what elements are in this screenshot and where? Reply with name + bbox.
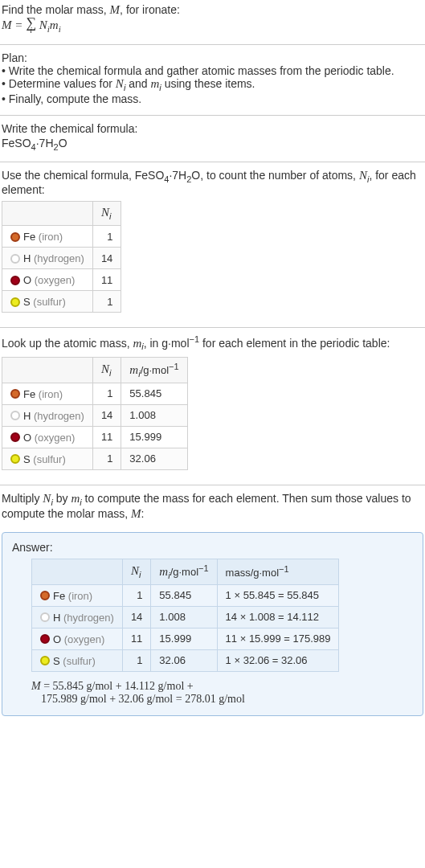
- table-row: H (hydrogen) 14 1.008: [2, 404, 188, 426]
- table-row: S (sulfur) 1 32.06 1 × 32.06 = 32.06: [32, 649, 339, 671]
- plan-b2c: using these items.: [161, 77, 255, 90]
- col-N: Ni: [92, 357, 121, 383]
- N-value: 1: [92, 225, 121, 247]
- col-N: Ni: [122, 559, 150, 584]
- mass-value: 11 × 15.999 = 175.989: [217, 628, 339, 649]
- col-element: [2, 202, 93, 226]
- col-N-var: N: [131, 564, 139, 577]
- count-c: O, to count the number of atoms,: [191, 169, 359, 182]
- col-m-unit: /g·mol: [141, 364, 169, 376]
- element-symbol: H: [23, 410, 31, 422]
- eq-M: M: [2, 18, 12, 31]
- element-cell: Fe (iron): [32, 584, 123, 606]
- plan-N: N: [116, 77, 124, 90]
- N-value: 1: [122, 649, 150, 671]
- element-name: (sulfur): [33, 453, 65, 465]
- element-name: (iron): [39, 388, 63, 400]
- table-row: S (sulfur) 1: [2, 291, 121, 313]
- element-icon: [10, 389, 20, 399]
- molar-mass-equation: M = ∑ i Nimi: [2, 18, 423, 35]
- element-symbol: S: [23, 453, 31, 465]
- element-symbol: Fe: [23, 388, 35, 400]
- col-element: [2, 357, 93, 383]
- multiply-section: Multiply Ni by mi to compute the mass fo…: [0, 489, 425, 527]
- m-value: 32.06: [151, 649, 217, 671]
- element-name: (sulfur): [63, 655, 95, 667]
- element-cell: O (oxygen): [32, 628, 123, 649]
- element-cell: O (oxygen): [2, 426, 93, 448]
- eq-N: N: [39, 18, 47, 31]
- chem-O: O: [59, 137, 67, 149]
- N-value: 11: [92, 426, 121, 448]
- col-element: [32, 559, 123, 584]
- element-icon: [10, 276, 20, 285]
- plan-bullet-3: • Finally, compute the mass.: [2, 92, 423, 105]
- mass-value: 1 × 55.845 = 55.845: [217, 584, 339, 606]
- element-icon: [10, 454, 20, 464]
- mass-value: 1 × 32.06 = 32.06: [217, 649, 339, 671]
- N-value: 14: [92, 404, 121, 426]
- table-row: O (oxygen) 11 15.999: [2, 426, 188, 448]
- final-line2: 175.989 g/mol + 32.06 g/mol = 278.01 g/m…: [41, 693, 245, 705]
- element-icon: [40, 656, 50, 665]
- m-value: 15.999: [151, 628, 217, 649]
- col-N: Ni: [92, 202, 121, 226]
- col-m-unit: /g·mol: [170, 566, 198, 578]
- mul-N: N: [43, 492, 51, 505]
- answer-box: Answer: Ni mi/g·mol−1 mass/g·mol−1 Fe (i…: [2, 532, 423, 716]
- element-name: (oxygen): [64, 633, 105, 645]
- lookup-table: Ni mi/g·mol−1 Fe (iron) 1 55.845 H (hydr…: [2, 357, 188, 470]
- count-a: Use the chemical formula, FeSO: [2, 169, 164, 182]
- element-name: (sulfur): [33, 296, 65, 308]
- element-cell: Fe (iron): [2, 383, 93, 404]
- N-value: 14: [92, 248, 121, 269]
- element-icon: [10, 411, 20, 420]
- element-name: (hydrogen): [63, 612, 114, 624]
- element-symbol: O: [23, 432, 31, 444]
- element-name: (iron): [68, 590, 92, 602]
- m-value: 15.999: [121, 426, 187, 448]
- element-icon: [40, 591, 50, 600]
- N-value: 14: [122, 606, 150, 628]
- col-N-var: N: [101, 206, 109, 219]
- element-symbol: Fe: [53, 590, 65, 602]
- col-mass-exp: −1: [279, 564, 289, 574]
- element-icon: [10, 232, 20, 242]
- eq-eq: =: [12, 18, 27, 31]
- plan-m: m: [150, 77, 159, 90]
- answer-table: Ni mi/g·mol−1 mass/g·mol−1 Fe (iron) 1 5…: [31, 559, 339, 672]
- element-cell: S (sulfur): [2, 448, 93, 469]
- intro-text2: , for ironate:: [120, 3, 180, 16]
- col-m-var: m: [129, 363, 138, 376]
- mul-b: by: [53, 492, 72, 505]
- lookup-b: , in g·mol: [144, 337, 190, 350]
- col-N-var: N: [101, 362, 109, 375]
- count-section: Use the chemical formula, FeSO4·7H2O, to…: [0, 166, 425, 325]
- table-row: Fe (iron) 1 55.845 1 × 55.845 = 55.845: [32, 584, 339, 606]
- table-row: O (oxygen) 11: [2, 269, 121, 291]
- element-icon: [10, 297, 20, 307]
- N-value: 1: [92, 291, 121, 313]
- table-row: Fe (iron) 1: [2, 225, 121, 247]
- table-header-row: Ni mi/g·mol−1: [2, 357, 188, 383]
- col-mass-a: mass/g·mol: [226, 567, 279, 579]
- N-value: 11: [92, 269, 121, 291]
- col-m: mi/g·mol−1: [151, 559, 217, 584]
- element-cell: S (sulfur): [32, 649, 123, 671]
- count-N: N: [359, 169, 367, 182]
- element-symbol: S: [53, 655, 60, 667]
- element-icon: [40, 634, 50, 644]
- col-N-sub: i: [139, 569, 141, 579]
- multiply-text: Multiply Ni by mi to compute the mass fo…: [2, 492, 423, 521]
- col-m: mi/g·mol−1: [121, 357, 187, 383]
- final-equation: M = 55.845 g/mol + 14.112 g/mol + 175.98…: [31, 680, 413, 706]
- lookup-c: for each element in the periodic table:: [199, 337, 390, 350]
- chem-dot: ·7H: [36, 137, 54, 149]
- element-cell: O (oxygen): [2, 269, 93, 291]
- chemical-formula: FeSO4·7H2O: [2, 137, 423, 152]
- mul-m: m: [71, 492, 80, 505]
- element-symbol: H: [53, 612, 60, 624]
- element-symbol: O: [23, 274, 31, 286]
- table-row: H (hydrogen) 14: [2, 248, 121, 269]
- element-icon: [10, 254, 20, 264]
